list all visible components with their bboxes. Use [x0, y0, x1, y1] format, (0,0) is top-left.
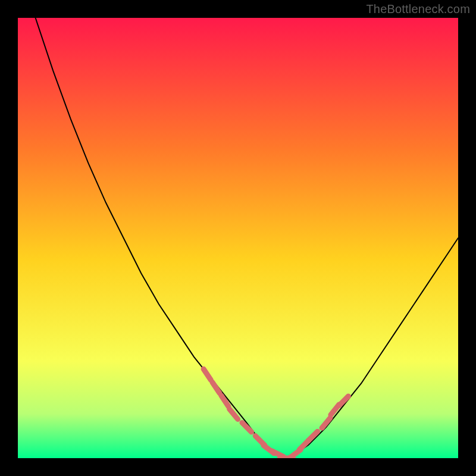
watermark-text: TheBottleneck.com [366, 2, 470, 16]
bottleneck-chart [18, 18, 458, 458]
gradient-background [18, 18, 458, 458]
chart-frame: TheBottleneck.com [0, 0, 476, 476]
plot-area [18, 18, 458, 458]
